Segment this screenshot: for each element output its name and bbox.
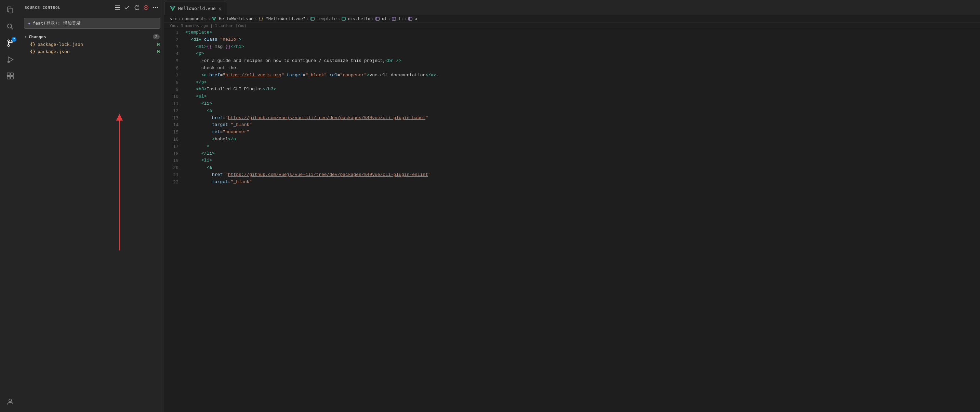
- svg-rect-37: [409, 18, 412, 21]
- svg-rect-29: [310, 18, 314, 21]
- svg-point-4: [8, 40, 10, 42]
- red-arrow-annotation: [21, 0, 164, 412]
- code-line-9: <h3>Installed CLI Plugins</h3>: [185, 86, 980, 93]
- tab-close-button[interactable]: ×: [218, 6, 221, 11]
- sidebar-more-icon[interactable]: [151, 3, 160, 12]
- editor-area: HelloWorld.vue × src › components › Hell…: [164, 0, 980, 412]
- svg-rect-17: [115, 5, 120, 6]
- svg-rect-10: [7, 73, 10, 76]
- svg-line-3: [11, 28, 13, 30]
- code-line-18: </li>: [185, 150, 980, 157]
- blame-info: You, 3 months ago | 1 author (You): [164, 23, 980, 29]
- code-line-16: >babel</a: [185, 136, 980, 143]
- code-line-21: href="https://github.com/vuejs/vue-cli/t…: [185, 171, 980, 179]
- code-line-10: <ul>: [185, 93, 980, 100]
- breadcrumb-helloworldvue-sym[interactable]: {} "HelloWorld.vue": [259, 16, 305, 21]
- code-line-7: <a href="https://cli.vuejs.org" target="…: [185, 72, 980, 79]
- extensions-icon[interactable]: [3, 69, 18, 83]
- line-numbers: 1 2 3 4 5 6 7 8 9 10 11 12 13 14 15 16 1…: [164, 29, 183, 412]
- svg-rect-33: [375, 18, 379, 21]
- source-control-icon[interactable]: 2: [3, 35, 18, 51]
- code-line-4: <p>: [185, 50, 980, 57]
- sidebar-refresh-icon[interactable]: [132, 3, 140, 12]
- a-icon: [408, 17, 412, 21]
- tab-helloworld-vue[interactable]: HelloWorld.vue ×: [164, 2, 227, 15]
- code-line-20: <a: [185, 164, 980, 171]
- breadcrumb-sep-2: ›: [208, 17, 211, 21]
- code-line-1: <template>: [185, 29, 980, 36]
- search-icon[interactable]: [3, 19, 18, 34]
- breadcrumb-li[interactable]: li: [392, 16, 403, 21]
- breadcrumb: src › components › HelloWorld.vue › {} "…: [164, 15, 980, 23]
- commit-input-text: feat(登录): 增加登录: [32, 20, 81, 26]
- code-line-3: <h1>{{ msg }}</h1>: [185, 43, 980, 51]
- breadcrumb-components[interactable]: components: [182, 16, 207, 21]
- svg-point-14: [9, 399, 12, 402]
- breadcrumb-template[interactable]: template: [310, 16, 337, 21]
- vue-tab-icon: [170, 6, 175, 11]
- code-content[interactable]: <template> <div class="hello"> <h1>{{ ms…: [183, 29, 980, 412]
- svg-rect-19: [115, 9, 120, 10]
- sidebar: SOURCE CONTROL: [21, 0, 164, 412]
- account-icon[interactable]: [3, 394, 18, 409]
- breadcrumb-ul[interactable]: ul: [375, 16, 387, 21]
- breadcrumb-sep-3: ›: [255, 17, 257, 21]
- sidebar-title: SOURCE CONTROL: [25, 5, 60, 10]
- code-line-5: For a guide and recipes on how to config…: [185, 57, 980, 65]
- code-line-14: target="_blank": [185, 121, 980, 129]
- file-status-package-json: M: [157, 49, 160, 54]
- breadcrumb-a[interactable]: a: [408, 16, 417, 21]
- svg-point-22: [153, 7, 154, 8]
- code-line-15: rel="noopener": [185, 129, 980, 136]
- ul-icon: [375, 17, 380, 21]
- file-item-package-json[interactable]: {} package.json M: [21, 48, 164, 55]
- breadcrumb-sep-5: ›: [338, 17, 340, 21]
- divhello-icon: [342, 17, 346, 21]
- svg-rect-11: [11, 73, 13, 76]
- svg-rect-1: [9, 8, 12, 13]
- changes-header-left: ▾ Changes: [25, 35, 46, 39]
- source-control-badge: 2: [12, 37, 16, 42]
- svg-point-2: [8, 24, 12, 28]
- chevron-icon: ▾: [25, 35, 27, 39]
- tab-filename: HelloWorld.vue: [178, 6, 216, 11]
- svg-point-24: [157, 7, 158, 8]
- changes-header[interactable]: ▾ Changes 2: [21, 33, 164, 41]
- code-editor[interactable]: 1 2 3 4 5 6 7 8 9 10 11 12 13 14 15 16 1…: [164, 29, 980, 412]
- breadcrumb-template-text: template: [317, 16, 337, 21]
- json-file-icon-2: {}: [30, 49, 35, 54]
- file-name-package-json: package.json: [38, 49, 70, 54]
- svg-rect-12: [7, 76, 10, 79]
- sidebar-commit-check-icon[interactable]: [123, 3, 131, 12]
- svg-point-5: [8, 45, 10, 46]
- template-icon: [310, 17, 315, 21]
- files-icon[interactable]: [3, 3, 18, 18]
- file-status-package-lock: M: [157, 42, 160, 47]
- code-line-8: </p>: [185, 79, 980, 86]
- breadcrumb-src-text: src: [170, 16, 177, 21]
- sparkle-icon: ✦: [28, 21, 30, 26]
- run-icon[interactable]: [3, 52, 18, 67]
- breadcrumb-sep-6: ›: [372, 17, 374, 21]
- breadcrumb-sep-4: ›: [307, 17, 309, 21]
- changes-label: Changes: [29, 35, 46, 39]
- breadcrumb-sep-8: ›: [404, 17, 407, 21]
- breadcrumb-src[interactable]: src: [170, 16, 177, 21]
- file-item-left-2: {} package.json: [30, 49, 70, 54]
- breadcrumb-sep-7: ›: [388, 17, 390, 21]
- file-item-package-lock[interactable]: {} package-lock.json M: [21, 41, 164, 48]
- file-item-left: {} package-lock.json: [30, 42, 83, 47]
- breadcrumb-divhello[interactable]: div.hello: [342, 16, 370, 21]
- li-icon: [392, 17, 396, 21]
- code-line-2: <div class="hello">: [185, 36, 980, 43]
- code-line-6: check out the: [185, 65, 980, 72]
- svg-rect-35: [392, 18, 396, 21]
- curly-icon: {}: [259, 16, 263, 21]
- breadcrumb-helloworld-vue[interactable]: HelloWorld.vue: [212, 16, 253, 21]
- commit-input-box[interactable]: ✦ feat(登录): 增加登录: [24, 18, 161, 29]
- sidebar-list-icon[interactable]: [113, 3, 121, 12]
- code-line-11: <li>: [185, 100, 980, 107]
- sidebar-actions: [113, 3, 160, 12]
- changes-section: ▾ Changes 2 {} package-lock.json M {} pa…: [21, 33, 164, 55]
- sidebar-gitlens-icon[interactable]: [142, 3, 150, 12]
